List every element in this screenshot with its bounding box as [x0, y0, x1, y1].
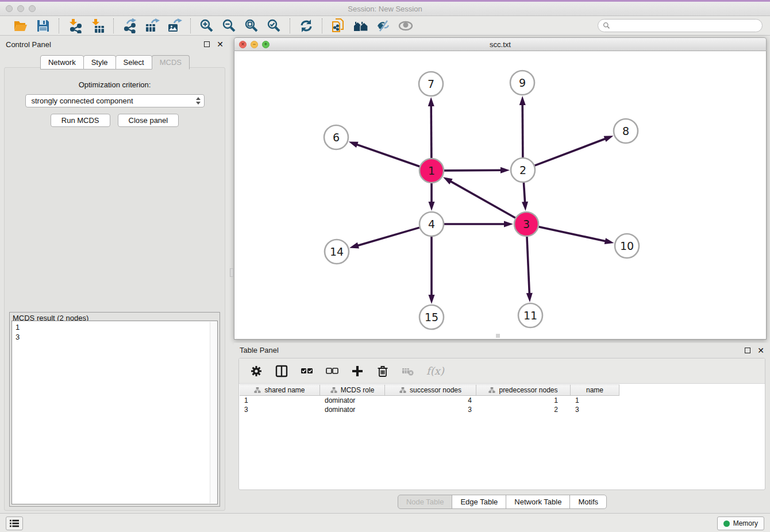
- network-clone-icon[interactable]: [330, 18, 346, 33]
- canvas-scroll-nub[interactable]: [496, 334, 500, 338]
- table-toolbar: f(x): [239, 358, 765, 384]
- result-scrollbar[interactable]: [210, 322, 217, 503]
- edge-1-7[interactable]: [431, 105, 432, 158]
- tab-motifs[interactable]: Motifs: [569, 495, 607, 509]
- cell[interactable]: dominator: [320, 405, 385, 414]
- import-network-icon[interactable]: [67, 18, 83, 33]
- column-layout-icon[interactable]: [275, 364, 288, 378]
- add-column-icon[interactable]: [351, 364, 364, 378]
- table-panel-title: Table Panel: [240, 346, 279, 354]
- edge-1-2[interactable]: [444, 170, 502, 171]
- cell[interactable]: 4: [385, 396, 476, 405]
- show-eye-icon[interactable]: [398, 18, 413, 33]
- tab-edge-table[interactable]: Edge Table: [452, 495, 506, 509]
- edge-2-8[interactable]: [535, 138, 607, 165]
- network-window-titlebar[interactable]: scc.txt ✕ − +: [234, 37, 767, 51]
- cell[interactable]: 3: [385, 405, 476, 414]
- edge-4-14[interactable]: [357, 228, 419, 246]
- memory-button[interactable]: Memory: [717, 516, 764, 530]
- save-session-icon[interactable]: [35, 18, 51, 33]
- settings-gear-icon[interactable]: [249, 364, 263, 378]
- column-header-predecessor-nodes[interactable]: predecessor nodes: [476, 384, 571, 396]
- node-label-10: 10: [620, 240, 634, 252]
- zoom-out-icon[interactable]: [221, 18, 237, 33]
- edge-3-1[interactable]: [449, 181, 515, 218]
- cell[interactable]: dominator: [320, 396, 385, 405]
- import-table-icon[interactable]: [90, 18, 105, 33]
- network-canvas[interactable]: 1234678910111415: [234, 51, 767, 340]
- status-bar: Memory: [0, 513, 770, 532]
- tab-network[interactable]: Network: [40, 55, 84, 70]
- select-all-rows-icon[interactable]: [300, 364, 314, 378]
- cell[interactable]: 2: [476, 405, 571, 414]
- edge-arrowhead: [519, 96, 526, 105]
- network-view-window: scc.txt ✕ − + 1234678910111415: [234, 37, 767, 340]
- zoom-in-icon[interactable]: [199, 18, 214, 33]
- edge-2-3[interactable]: [523, 183, 525, 203]
- edge-3-11[interactable]: [527, 237, 529, 295]
- node-label-6: 6: [333, 131, 340, 144]
- cell[interactable]: 1: [476, 396, 571, 405]
- export-image-icon[interactable]: [167, 18, 182, 33]
- edge-2-9[interactable]: [522, 103, 523, 157]
- task-history-button[interactable]: [6, 516, 23, 530]
- run-mcds-button[interactable]: Run MCDS: [51, 114, 110, 127]
- function-builder-icon[interactable]: f(x): [426, 365, 444, 377]
- edge-3-10[interactable]: [538, 227, 606, 242]
- optimization-criterion-label: Optimization criterion:: [5, 80, 225, 89]
- tab-network-table[interactable]: Network Table: [506, 495, 570, 509]
- delete-column-icon[interactable]: [376, 364, 390, 378]
- float-table-panel-icon[interactable]: [745, 348, 750, 353]
- node-label-14: 14: [330, 245, 344, 258]
- edge-arrowhead: [504, 221, 513, 228]
- edge-arrowhead: [428, 97, 434, 106]
- criterion-dropdown[interactable]: strongly connected component: [25, 94, 205, 107]
- export-table-icon[interactable]: [144, 18, 160, 33]
- sort-tree-icon: [488, 387, 495, 394]
- open-session-icon[interactable]: [13, 18, 28, 33]
- search-field[interactable]: [598, 19, 763, 32]
- deselect-all-rows-icon[interactable]: [325, 364, 339, 378]
- network-graph[interactable]: 1234678910111415: [234, 51, 766, 339]
- column-header-successor-nodes[interactable]: successor nodes: [385, 384, 476, 396]
- node-label-8: 8: [622, 125, 629, 137]
- edge-arrowhead: [349, 142, 359, 148]
- edge-arrowhead: [429, 295, 435, 304]
- refresh-icon[interactable]: [298, 18, 314, 33]
- hide-glasses-icon[interactable]: [375, 18, 391, 33]
- tab-style[interactable]: Style: [83, 55, 116, 70]
- node-label-3: 3: [523, 218, 530, 230]
- search-input[interactable]: [610, 22, 762, 30]
- close-panel-icon[interactable]: ✕: [217, 41, 224, 47]
- mcds-result-box[interactable]: 1 3: [11, 321, 218, 504]
- float-panel-icon[interactable]: [204, 41, 210, 47]
- edge-1-6[interactable]: [356, 144, 419, 167]
- cell[interactable]: 3: [571, 405, 619, 414]
- table-row[interactable]: 1dominator411: [240, 396, 764, 405]
- home-icon[interactable]: [353, 18, 368, 33]
- close-panel-button[interactable]: Close panel: [118, 114, 179, 127]
- column-header-shared-name[interactable]: shared name: [240, 384, 320, 396]
- node-label-1: 1: [428, 164, 435, 177]
- delete-table-icon[interactable]: [401, 364, 415, 378]
- tab-mcds[interactable]: MCDS: [152, 55, 190, 70]
- node-label-4: 4: [428, 218, 435, 230]
- tab-select[interactable]: Select: [116, 55, 152, 70]
- cell[interactable]: 1: [240, 396, 320, 405]
- edge-arrowhead: [522, 202, 528, 211]
- zoom-selected-icon[interactable]: [266, 18, 282, 33]
- zoom-fit-icon[interactable]: [244, 18, 259, 33]
- sort-tree-icon: [330, 387, 337, 394]
- close-table-panel-icon[interactable]: ✕: [757, 348, 764, 353]
- cell[interactable]: 1: [571, 396, 619, 405]
- cell[interactable]: 3: [240, 405, 320, 414]
- window-titlebar: Session: New Session: [0, 2, 770, 16]
- table-row[interactable]: 3dominator323: [240, 405, 764, 414]
- column-header-MCDS-role[interactable]: MCDS role: [320, 384, 385, 396]
- column-header-name[interactable]: name: [571, 384, 619, 396]
- control-panel: Control Panel ✕ NetworkStyleSelectMCDS O…: [0, 36, 229, 513]
- tab-node-table[interactable]: Node Table: [398, 495, 453, 509]
- export-network-icon[interactable]: [122, 18, 137, 33]
- panel-splitter-handle[interactable]: [230, 268, 233, 277]
- mcds-result-group: MCDS result (2 nodes) 1 3: [9, 312, 220, 507]
